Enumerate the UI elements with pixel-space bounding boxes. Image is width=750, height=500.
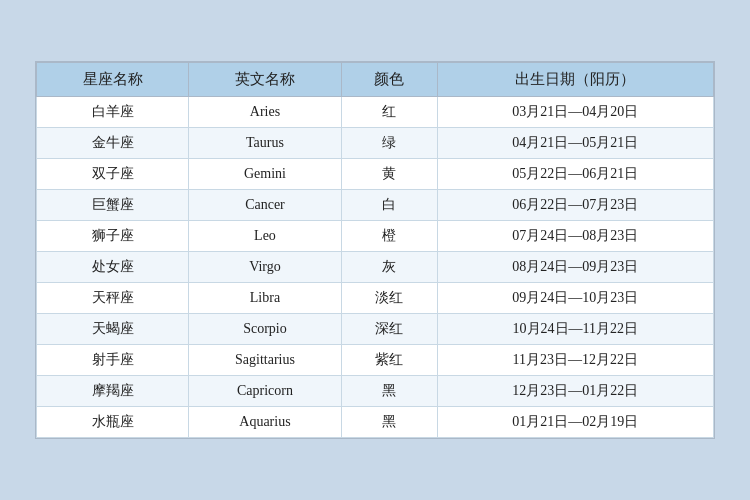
cell-6-3: 09月24日—10月23日	[437, 283, 713, 314]
table-row: 双子座Gemini黄05月22日—06月21日	[37, 159, 714, 190]
cell-5-2: 灰	[341, 252, 437, 283]
zodiac-table-wrapper: 星座名称英文名称颜色出生日期（阳历） 白羊座Aries红03月21日—04月20…	[35, 61, 715, 439]
table-row: 天蝎座Scorpio深红10月24日—11月22日	[37, 314, 714, 345]
cell-0-1: Aries	[189, 97, 341, 128]
cell-2-2: 黄	[341, 159, 437, 190]
cell-9-3: 12月23日—01月22日	[437, 376, 713, 407]
cell-5-1: Virgo	[189, 252, 341, 283]
cell-10-0: 水瓶座	[37, 407, 189, 438]
table-row: 处女座Virgo灰08月24日—09月23日	[37, 252, 714, 283]
cell-4-1: Leo	[189, 221, 341, 252]
cell-0-2: 红	[341, 97, 437, 128]
cell-8-0: 射手座	[37, 345, 189, 376]
header-col-3: 出生日期（阳历）	[437, 63, 713, 97]
cell-3-1: Cancer	[189, 190, 341, 221]
cell-7-1: Scorpio	[189, 314, 341, 345]
cell-4-0: 狮子座	[37, 221, 189, 252]
cell-6-2: 淡红	[341, 283, 437, 314]
table-row: 天秤座Libra淡红09月24日—10月23日	[37, 283, 714, 314]
table-header-row: 星座名称英文名称颜色出生日期（阳历）	[37, 63, 714, 97]
cell-1-3: 04月21日—05月21日	[437, 128, 713, 159]
cell-5-3: 08月24日—09月23日	[437, 252, 713, 283]
cell-3-2: 白	[341, 190, 437, 221]
cell-4-3: 07月24日—08月23日	[437, 221, 713, 252]
cell-7-0: 天蝎座	[37, 314, 189, 345]
header-col-0: 星座名称	[37, 63, 189, 97]
table-row: 狮子座Leo橙07月24日—08月23日	[37, 221, 714, 252]
zodiac-table: 星座名称英文名称颜色出生日期（阳历） 白羊座Aries红03月21日—04月20…	[36, 62, 714, 438]
table-row: 白羊座Aries红03月21日—04月20日	[37, 97, 714, 128]
cell-0-3: 03月21日—04月20日	[437, 97, 713, 128]
cell-9-0: 摩羯座	[37, 376, 189, 407]
header-col-1: 英文名称	[189, 63, 341, 97]
table-row: 水瓶座Aquarius黑01月21日—02月19日	[37, 407, 714, 438]
header-col-2: 颜色	[341, 63, 437, 97]
cell-2-1: Gemini	[189, 159, 341, 190]
table-body: 白羊座Aries红03月21日—04月20日金牛座Taurus绿04月21日—0…	[37, 97, 714, 438]
cell-1-1: Taurus	[189, 128, 341, 159]
table-row: 巨蟹座Cancer白06月22日—07月23日	[37, 190, 714, 221]
cell-3-3: 06月22日—07月23日	[437, 190, 713, 221]
cell-5-0: 处女座	[37, 252, 189, 283]
cell-8-1: Sagittarius	[189, 345, 341, 376]
table-row: 射手座Sagittarius紫红11月23日—12月22日	[37, 345, 714, 376]
table-row: 摩羯座Capricorn黑12月23日—01月22日	[37, 376, 714, 407]
cell-7-3: 10月24日—11月22日	[437, 314, 713, 345]
cell-3-0: 巨蟹座	[37, 190, 189, 221]
cell-8-2: 紫红	[341, 345, 437, 376]
cell-4-2: 橙	[341, 221, 437, 252]
cell-6-0: 天秤座	[37, 283, 189, 314]
table-row: 金牛座Taurus绿04月21日—05月21日	[37, 128, 714, 159]
cell-9-1: Capricorn	[189, 376, 341, 407]
cell-8-3: 11月23日—12月22日	[437, 345, 713, 376]
cell-9-2: 黑	[341, 376, 437, 407]
cell-10-1: Aquarius	[189, 407, 341, 438]
cell-1-2: 绿	[341, 128, 437, 159]
cell-6-1: Libra	[189, 283, 341, 314]
cell-2-0: 双子座	[37, 159, 189, 190]
cell-10-3: 01月21日—02月19日	[437, 407, 713, 438]
cell-7-2: 深红	[341, 314, 437, 345]
cell-1-0: 金牛座	[37, 128, 189, 159]
cell-10-2: 黑	[341, 407, 437, 438]
cell-2-3: 05月22日—06月21日	[437, 159, 713, 190]
cell-0-0: 白羊座	[37, 97, 189, 128]
